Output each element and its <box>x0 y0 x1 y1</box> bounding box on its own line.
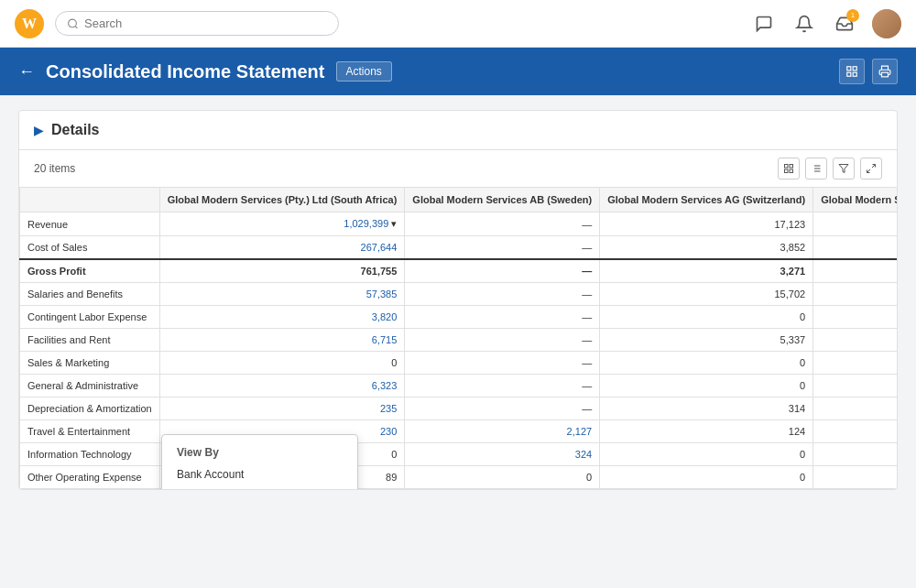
row-label: Contingent Labor Expense <box>20 306 160 329</box>
main-content: ▶ Details 20 items <box>0 95 916 505</box>
back-button[interactable]: ← <box>18 62 35 82</box>
cell: — <box>405 306 600 329</box>
cell: 216 <box>813 397 897 420</box>
items-count: 20 items <box>34 162 75 175</box>
cell: 3,852 <box>600 236 813 260</box>
svg-rect-2 <box>847 67 851 71</box>
cell: 25,374 <box>813 283 897 306</box>
table-row: Travel & Entertainment 230 2,127 124 435… <box>20 420 898 443</box>
cell: 314 <box>600 397 813 420</box>
col-header-label <box>20 188 160 212</box>
cell: 124 <box>600 420 813 443</box>
filter-button[interactable] <box>833 158 855 180</box>
table-view-icon-button[interactable] <box>839 59 865 84</box>
dropdown-section-title: View By <box>162 439 357 463</box>
details-header: ▶ Details <box>19 111 897 150</box>
inbox-icon-button[interactable]: 1 <box>832 11 857 37</box>
cell: 5,337 <box>600 329 813 352</box>
svg-rect-5 <box>853 72 856 76</box>
cell: 761,755 <box>159 259 405 283</box>
cell: 17,123 <box>600 212 813 236</box>
context-dropdown-menu: View By Bank Account Book Code Business … <box>161 434 358 489</box>
cell: 324 <box>405 443 600 466</box>
logo-letter: W <box>22 16 37 32</box>
table-row: Revenue 1,029,399 ▾ — 17,123 1,122,057 1… <box>20 212 898 236</box>
list-view-button[interactable] <box>805 158 827 180</box>
details-section: ▶ Details 20 items <box>18 110 898 490</box>
row-label: Travel & Entertainment <box>20 420 160 443</box>
row-label: Salaries and Benefits <box>20 283 160 306</box>
svg-rect-8 <box>790 165 793 169</box>
table-row: Depreciation & Amortization 235 — 314 21… <box>20 397 898 420</box>
cell: 0 <box>600 306 813 329</box>
bell-icon-button[interactable] <box>791 11 817 37</box>
amount-link[interactable]: 3,820 <box>372 311 398 322</box>
amount-link[interactable]: 57,385 <box>366 289 398 299</box>
cell: — <box>405 236 600 260</box>
cell: 0 <box>159 352 405 375</box>
cell: 235 <box>159 397 405 420</box>
page-title: Consolidated Income Statement <box>46 61 325 82</box>
row-label: Cost of Sales <box>20 236 160 260</box>
amount-link[interactable]: 324 <box>575 449 592 460</box>
cell: 1,122,057 <box>813 212 897 236</box>
amount-link[interactable]: 235 <box>380 403 397 414</box>
details-chevron-icon[interactable]: ▶ <box>34 123 44 137</box>
cell: 3,271 <box>600 259 813 283</box>
table-row: General & Administrative 6,323 — 0 0 0 0… <box>20 375 898 397</box>
col-header-1: Global Modern Services AB (Sweden) <box>405 188 600 212</box>
amount-link[interactable]: 230 <box>380 426 397 437</box>
cell: — <box>405 212 600 236</box>
details-title: Details <box>51 122 99 138</box>
cell: 57,385 <box>159 283 405 306</box>
search-bar-container <box>55 11 339 36</box>
svg-rect-7 <box>785 165 789 169</box>
table-row: Sales & Marketing 0 — 0 0 0 0 0 0 453,68… <box>20 352 898 375</box>
page-header: ← Consolidated Income Statement Actions <box>0 48 916 95</box>
dropdown-item-book-code[interactable]: Book Code <box>162 486 357 489</box>
expand-button[interactable] <box>860 158 882 180</box>
table-wrapper: Global Modern Services (Pty.) Ltd (South… <box>19 187 897 489</box>
row-label: Information Technology <box>20 443 160 466</box>
cell: 3,820 <box>159 306 405 329</box>
amount-link[interactable]: 1,029,399 <box>344 218 388 229</box>
amount-link[interactable]: 6,715 <box>372 334 398 345</box>
table-row: Other Operating Expense 89 0 0 0 0 0 52 … <box>20 466 898 489</box>
search-input[interactable] <box>84 16 327 30</box>
income-statement-table: Global Modern Services (Pty.) Ltd (South… <box>19 187 897 489</box>
svg-rect-4 <box>847 72 851 76</box>
col-header-2: Global Modern Services AG (Switzerland) <box>600 188 813 212</box>
workday-logo[interactable]: W <box>15 9 44 38</box>
cell: 0 <box>813 306 897 329</box>
cell: 0 <box>600 466 813 489</box>
amount-link[interactable]: 2,127 <box>567 426 593 437</box>
cell: 0 <box>600 375 813 397</box>
search-icon <box>67 17 79 30</box>
col-header-0: Global Modern Services (Pty.) Ltd (South… <box>159 188 405 212</box>
svg-rect-3 <box>853 67 856 71</box>
row-label-subtotal: Gross Profit <box>20 259 160 283</box>
dropdown-item-bank-account[interactable]: Bank Account <box>162 463 357 486</box>
chat-icon-button[interactable] <box>751 11 777 37</box>
notification-count: 1 <box>846 9 859 22</box>
cell: — <box>405 329 600 352</box>
cell: 0 <box>813 352 897 375</box>
table-row: Salaries and Benefits 57,385 — 15,702 25… <box>20 283 898 306</box>
cell: 6,323 <box>159 375 405 397</box>
print-icon-button[interactable] <box>872 59 898 84</box>
table-toolbar: 20 items <box>19 150 897 187</box>
toolbar-icons <box>778 158 882 180</box>
actions-button[interactable]: Actions <box>336 61 392 82</box>
amount-link[interactable]: 267,644 <box>361 242 398 253</box>
cell: 0 <box>600 443 813 466</box>
cell: — <box>405 259 600 283</box>
amount-link[interactable]: 6,323 <box>372 380 398 391</box>
user-avatar[interactable] <box>872 9 901 38</box>
page-header-tools <box>839 59 898 84</box>
table-row: Facilities and Rent 6,715 — 5,337 4,423 … <box>20 329 898 352</box>
cell: — <box>405 375 600 397</box>
cell: — <box>405 283 600 306</box>
col-header-3: Global Modern Services ApS (Denmark) <box>813 188 897 212</box>
row-label: Sales & Marketing <box>20 352 160 375</box>
grid-view-button[interactable] <box>778 158 800 180</box>
